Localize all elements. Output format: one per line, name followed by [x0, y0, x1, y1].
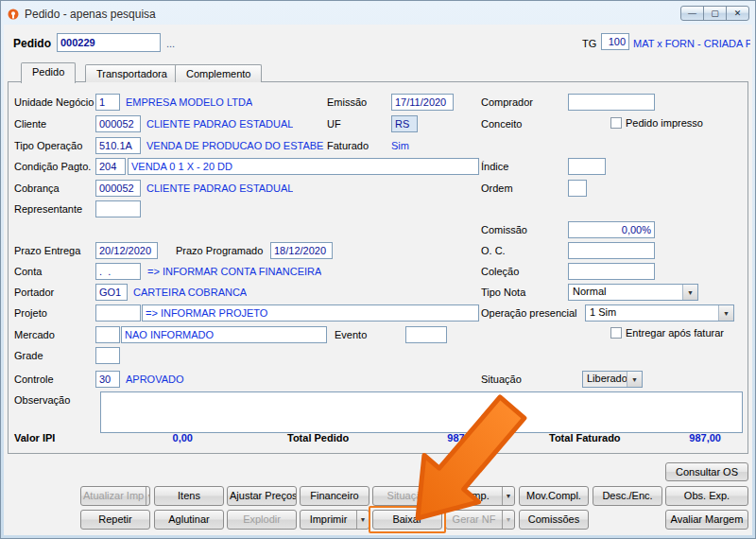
- projeto-description: => INFORMAR PROJETO: [142, 304, 479, 322]
- emissao-input[interactable]: [391, 94, 454, 111]
- explodir-button[interactable]: Explodir: [227, 510, 297, 530]
- conta-label: Conta: [14, 264, 42, 279]
- avaliar-margem-button[interactable]: Avaliar Margem: [665, 510, 748, 530]
- obs-exp-button[interactable]: Obs. Exp.: [665, 486, 748, 506]
- conta-input[interactable]: [95, 263, 141, 280]
- itens-button[interactable]: Itens: [154, 486, 224, 506]
- observacao-textarea[interactable]: [100, 391, 743, 433]
- conta-description: => INFORMAR CONTA FINANCEIRA: [147, 264, 321, 279]
- oc-label: O. C.: [481, 243, 506, 258]
- chevron-down-icon: ▼: [682, 285, 697, 300]
- app-icon: [7, 8, 20, 21]
- representante-input[interactable]: [95, 200, 141, 217]
- comissoes-button[interactable]: Comissões: [519, 510, 589, 530]
- situacao-select[interactable]: Liberado ▼: [582, 371, 643, 388]
- indice-label: Índice: [481, 159, 508, 174]
- ajustar-precos-button[interactable]: Ajustar Preços: [227, 486, 297, 506]
- dropdown-arrow-icon[interactable]: ▼: [502, 511, 514, 529]
- comp-button[interactable]: Comp.▼: [445, 486, 515, 506]
- tipo-nota-value: Normal: [569, 285, 682, 300]
- comprador-input[interactable]: [568, 94, 655, 111]
- colecao-input[interactable]: [568, 263, 655, 280]
- aglutinar-button[interactable]: Aglutinar: [154, 510, 224, 530]
- dropdown-arrow-icon[interactable]: ▼: [146, 487, 150, 505]
- mercado-input[interactable]: [95, 326, 120, 343]
- tg-label: TG: [582, 36, 596, 51]
- operacao-presencial-select[interactable]: 1 Sim ▼: [585, 304, 734, 322]
- situacao-label: Situação: [481, 372, 522, 387]
- app-window: Pedido - apenas pesquisa — ▢ ✕ Pedido ..…: [0, 0, 756, 539]
- condicao-pagto-label: Condição Pagto.: [14, 159, 91, 174]
- repetir-button[interactable]: Repetir: [80, 510, 150, 530]
- prazo-entrega-input[interactable]: [95, 242, 158, 259]
- controle-input[interactable]: [95, 371, 120, 388]
- prazo-programado-input[interactable]: [270, 242, 333, 259]
- cobranca-input[interactable]: [95, 180, 141, 197]
- pedido-number-input[interactable]: [57, 33, 161, 52]
- tg-description: MAT x FORN - CRIADA PE: [633, 36, 750, 51]
- tg-input[interactable]: [601, 33, 629, 50]
- situacao-value: Liberado: [583, 372, 627, 387]
- checkbox-box: [610, 117, 622, 129]
- mercado-label: Mercado: [14, 327, 55, 342]
- indice-input[interactable]: [568, 158, 606, 175]
- evento-label: Evento: [335, 327, 367, 342]
- desc-enc-button[interactable]: Desc./Enc.: [593, 486, 662, 506]
- grade-label: Grade: [14, 348, 43, 363]
- client-area: Pedido ... TG MAT x FORN - CRIADA PE Ped…: [4, 25, 752, 535]
- grade-input[interactable]: [95, 347, 120, 364]
- pedido-impresso-checkbox[interactable]: Pedido impresso: [610, 117, 703, 129]
- tipo-operacao-input[interactable]: [95, 137, 141, 154]
- condicao-pagto-description: VENDA 0 1 X - 20 DD: [128, 158, 479, 175]
- representante-label: Representante: [14, 201, 82, 217]
- uf-label: UF: [327, 116, 341, 131]
- controle-description: APROVADO: [126, 372, 184, 387]
- condicao-pagto-input[interactable]: [95, 158, 126, 175]
- observacao-label: Observação: [14, 392, 70, 408]
- total-pedido-value: 987,00: [405, 432, 479, 443]
- ordem-input[interactable]: [568, 180, 587, 197]
- controle-label: Controle: [14, 372, 54, 387]
- window-title: Pedido - apenas pesquisa: [25, 8, 156, 21]
- close-button[interactable]: ✕: [726, 6, 749, 21]
- tab-pedido[interactable]: Pedido: [21, 62, 76, 83]
- baixar-button[interactable]: Baixar: [372, 510, 442, 530]
- dropdown-arrow-icon[interactable]: ▼: [502, 487, 514, 505]
- pedido-tab-panel: Unidade Negócio EMPRESA MODELO LTDA Emis…: [8, 81, 748, 454]
- minimize-button[interactable]: —: [680, 6, 704, 21]
- projeto-input[interactable]: [95, 304, 141, 322]
- financeiro-button[interactable]: Financeiro: [300, 486, 369, 506]
- tipo-operacao-description: VENDA DE PRODUCAO DO ESTABELECIMEI: [146, 138, 324, 153]
- faturado-value: Sim: [391, 138, 409, 153]
- portador-description: CARTEIRA COBRANCA: [133, 285, 247, 300]
- mov-compl-button[interactable]: Mov.Compl.: [519, 486, 589, 506]
- pedido-impresso-label: Pedido impresso: [626, 117, 703, 129]
- unidade-negocio-input[interactable]: [95, 94, 120, 111]
- evento-input[interactable]: [405, 326, 447, 343]
- pedido-lookup-button[interactable]: ...: [166, 36, 175, 51]
- situacao-button[interactable]: Situação: [372, 486, 442, 506]
- tab-complemento[interactable]: Complemento: [175, 64, 262, 82]
- ordem-label: Ordem: [481, 181, 513, 196]
- title-bar[interactable]: Pedido - apenas pesquisa — ▢ ✕: [4, 4, 752, 25]
- colecao-label: Coleção: [481, 264, 519, 279]
- total-faturado-value: 987,00: [644, 432, 721, 443]
- oc-input[interactable]: [568, 242, 655, 259]
- gerar-nf-button[interactable]: Gerar NF▼: [445, 510, 515, 530]
- tipo-nota-select[interactable]: Normal ▼: [568, 284, 698, 301]
- comissao-input[interactable]: [568, 221, 655, 238]
- imprimir-button[interactable]: Imprimir▼: [300, 510, 369, 530]
- consultar-os-button[interactable]: Consultar OS: [665, 462, 748, 481]
- atualizar-imp-button[interactable]: Atualizar Imp▼: [80, 486, 150, 506]
- tab-transportadora[interactable]: Transportadora: [85, 64, 179, 82]
- tipo-operacao-label: Tipo Operação: [14, 138, 82, 153]
- uf-input[interactable]: [391, 115, 418, 132]
- cliente-label: Cliente: [14, 116, 46, 131]
- maximize-button[interactable]: ▢: [703, 6, 727, 21]
- entregar-apos-faturar-checkbox[interactable]: Entregar após faturar: [610, 327, 724, 339]
- cliente-input[interactable]: [95, 115, 141, 132]
- valor-ipi-value: 0,00: [112, 432, 193, 443]
- dropdown-arrow-icon[interactable]: ▼: [356, 511, 369, 529]
- portador-input[interactable]: [95, 284, 128, 301]
- unidade-negocio-label: Unidade Negócio: [14, 95, 94, 110]
